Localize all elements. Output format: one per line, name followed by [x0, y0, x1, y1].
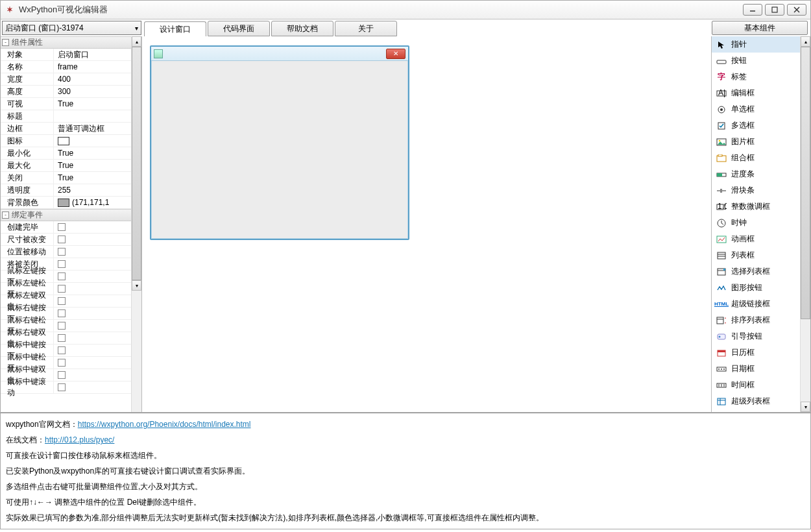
- tab-1[interactable]: 代码界面: [208, 21, 270, 36]
- scroll-down-icon[interactable]: ▾: [801, 402, 810, 412]
- tab-2[interactable]: 帮助文档: [271, 21, 333, 36]
- event-row[interactable]: 鼠标中键滚动: [1, 381, 131, 394]
- scroll-up-icon[interactable]: ▴: [132, 36, 141, 47]
- event-checkbox-cell[interactable]: [54, 234, 131, 245]
- frame-close-button[interactable]: ✕: [386, 49, 406, 59]
- tool-calendar[interactable]: 日历框: [712, 345, 800, 361]
- tool-radio[interactable]: 单选框: [712, 101, 800, 117]
- tool-label[interactable]: 字标签: [712, 69, 800, 85]
- property-row[interactable]: 对象启动窗口: [1, 49, 131, 61]
- property-value[interactable]: 300: [54, 86, 131, 97]
- collapse-icon[interactable]: -: [2, 212, 9, 219]
- checkbox[interactable]: [58, 383, 66, 391]
- property-value[interactable]: True: [54, 147, 131, 159]
- scroll-up-icon[interactable]: ▴: [801, 36, 810, 47]
- tool-sortlist[interactable]: 排序列表框: [712, 312, 800, 328]
- property-row[interactable]: 最小化True: [1, 147, 131, 160]
- event-checkbox-cell[interactable]: [54, 357, 131, 369]
- event-checkbox-cell[interactable]: [54, 332, 131, 344]
- online-docs-link[interactable]: http://012.plus/pyec/: [45, 435, 114, 444]
- property-row[interactable]: 背景颜色(171,171,1: [1, 197, 131, 209]
- property-row[interactable]: 名称frame: [1, 61, 131, 73]
- tool-imgbtn[interactable]: 图形按钮: [712, 280, 800, 296]
- tool-edit[interactable]: A|编辑框: [712, 85, 800, 101]
- scroll-down-icon[interactable]: ▾: [132, 280, 141, 291]
- tool-guidebtn[interactable]: 引导按钮: [712, 328, 800, 345]
- property-row[interactable]: 宽度400: [1, 73, 131, 86]
- property-value[interactable]: frame: [54, 61, 131, 73]
- property-row[interactable]: 最大化True: [1, 160, 131, 172]
- tool-superlist[interactable]: 超级列表框: [712, 393, 800, 409]
- tool-pointer[interactable]: 指针: [712, 36, 800, 53]
- event-row[interactable]: 位置被移动: [1, 246, 131, 258]
- property-row[interactable]: 边框普通可调边框: [1, 123, 131, 135]
- checkbox[interactable]: [58, 359, 66, 367]
- tool-time[interactable]: 时间框: [712, 377, 800, 393]
- maximize-button[interactable]: [765, 4, 784, 16]
- checkbox[interactable]: [58, 223, 66, 231]
- property-value[interactable]: 启动窗口: [54, 49, 131, 60]
- event-checkbox-cell[interactable]: [54, 271, 131, 282]
- event-checkbox-cell[interactable]: [54, 221, 131, 233]
- property-row[interactable]: 可视True: [1, 98, 131, 110]
- checkbox[interactable]: [58, 260, 66, 268]
- property-panel-scrollbar[interactable]: ▴ ▾: [131, 36, 141, 412]
- event-checkbox-cell[interactable]: [54, 381, 131, 393]
- checkbox[interactable]: [58, 285, 66, 293]
- checkbox[interactable]: [58, 309, 66, 317]
- design-canvas[interactable]: ✕: [142, 36, 712, 412]
- minimize-button[interactable]: [743, 4, 762, 16]
- scrollbar-thumb[interactable]: [801, 47, 810, 319]
- event-checkbox-cell[interactable]: [54, 320, 131, 332]
- event-row[interactable]: 创建完毕: [1, 221, 131, 234]
- checkbox[interactable]: [58, 297, 66, 305]
- property-row[interactable]: 图标: [1, 135, 131, 147]
- property-value[interactable]: [54, 110, 131, 122]
- property-value[interactable]: True: [54, 160, 131, 171]
- window-selector[interactable]: 启动窗口 (窗口)-31974 ▾: [2, 21, 141, 35]
- checkbox[interactable]: [58, 248, 66, 256]
- event-checkbox-cell[interactable]: [54, 258, 131, 270]
- property-row[interactable]: 关闭True: [1, 172, 131, 184]
- property-value[interactable]: 255: [54, 184, 131, 196]
- section-header[interactable]: -组件属性: [1, 36, 131, 49]
- tab-0[interactable]: 设计窗口: [144, 21, 206, 37]
- tool-list[interactable]: 列表框: [712, 247, 800, 263]
- property-value[interactable]: True: [54, 98, 131, 110]
- close-button[interactable]: [787, 4, 806, 16]
- event-checkbox-cell[interactable]: [54, 246, 131, 258]
- property-value[interactable]: 400: [54, 73, 131, 85]
- tool-group[interactable]: 组合框: [712, 150, 800, 166]
- property-value[interactable]: True: [54, 172, 131, 184]
- design-frame-preview[interactable]: ✕: [150, 45, 409, 240]
- property-value[interactable]: (171,171,1: [54, 197, 131, 208]
- checkbox[interactable]: [58, 371, 66, 379]
- event-checkbox-cell[interactable]: [54, 369, 131, 381]
- tool-date[interactable]: 日期框: [712, 361, 800, 377]
- section-header[interactable]: -绑定事件: [1, 209, 131, 221]
- checkbox[interactable]: [58, 236, 66, 243]
- property-value[interactable]: 普通可调边框: [54, 123, 131, 134]
- tool-spin[interactable]: 1.0整数微调框: [712, 199, 800, 215]
- toolbox-scrollbar[interactable]: ▴ ▾: [800, 36, 810, 412]
- scrollbar-thumb[interactable]: [132, 47, 141, 280]
- event-checkbox-cell[interactable]: [54, 283, 131, 295]
- collapse-icon[interactable]: -: [2, 39, 9, 46]
- basic-components-button[interactable]: 基本组件: [712, 21, 808, 35]
- tool-anim[interactable]: 动画框: [712, 231, 800, 247]
- event-checkbox-cell[interactable]: [54, 308, 131, 319]
- checkbox[interactable]: [58, 334, 66, 342]
- tool-image[interactable]: 图片框: [712, 134, 800, 150]
- tool-clock[interactable]: 时钟: [712, 215, 800, 231]
- property-value[interactable]: [54, 135, 131, 147]
- checkbox[interactable]: [58, 322, 66, 330]
- tool-choice[interactable]: 选择列表框: [712, 263, 800, 280]
- event-checkbox-cell[interactable]: [54, 345, 131, 356]
- checkbox[interactable]: [58, 346, 66, 354]
- tool-progress[interactable]: 进度条: [712, 166, 800, 182]
- event-row[interactable]: 尺寸被改变: [1, 234, 131, 246]
- tool-slider[interactable]: 滑块条: [712, 182, 800, 199]
- docs-link[interactable]: https://wxpython.org/Phoenix/docs/html/i…: [78, 420, 251, 429]
- property-row[interactable]: 透明度255: [1, 184, 131, 197]
- tab-3[interactable]: 关于: [335, 21, 397, 36]
